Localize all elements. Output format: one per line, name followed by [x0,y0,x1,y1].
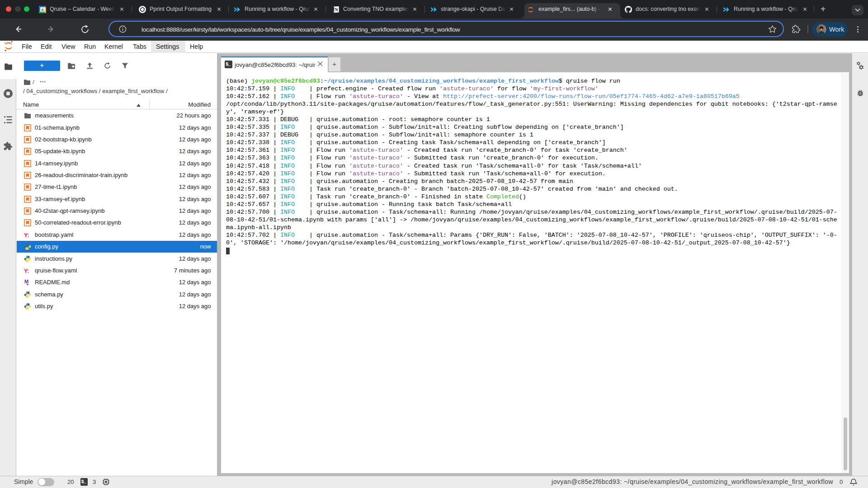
svg-text:M: M [24,279,28,284]
svg-text:8: 8 [41,7,43,12]
svg-text:Y:: Y: [24,267,29,274]
svg-text:Y:: Y: [24,232,29,238]
svg-text:N: N [335,8,338,12]
